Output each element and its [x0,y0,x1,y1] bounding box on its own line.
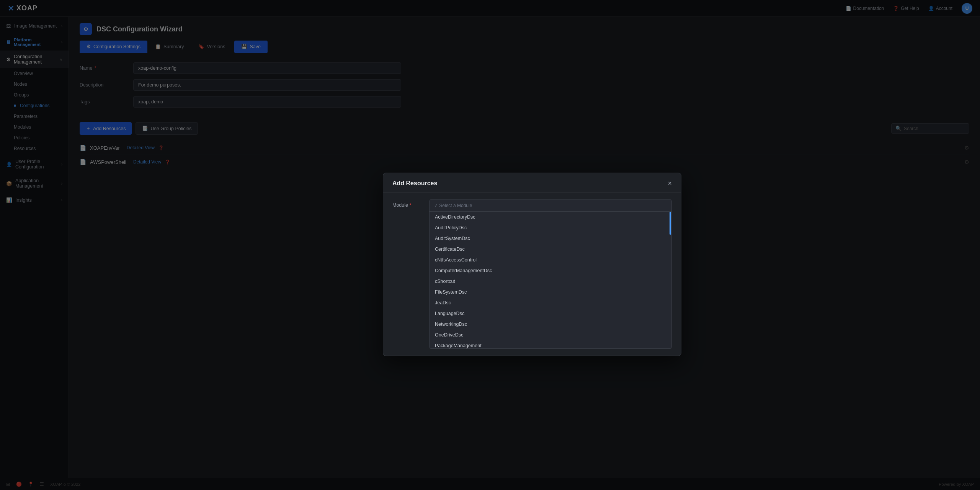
dropdown-item-1[interactable]: AuditPolicyDsc [430,222,671,233]
dropdown-item-4[interactable]: cNtfsAccessControl [430,255,671,265]
dropdown-item-9[interactable]: LanguageDsc [430,308,671,319]
dropdown-item-5[interactable]: ComputerManagementDsc [430,265,671,276]
modal-close-button[interactable]: × [668,180,672,187]
dropdown-item-6[interactable]: cShortcut [430,276,671,287]
dropdown-wrapper: ✓ Select a Module ActiveDirectoryDsc Aud… [429,199,672,349]
modal-body: Module * ✓ Select a Module ActiveDirecto… [383,193,681,356]
dropdown-scrollbar[interactable] [670,212,671,235]
dropdown-item-11[interactable]: OneDriveDsc [430,330,671,340]
dropdown-item-10[interactable]: NetworkingDsc [430,319,671,330]
dropdown-item-2[interactable]: AuditSystemDsc [430,233,671,244]
module-label: Module * [392,199,423,349]
module-required: * [409,203,411,208]
dropdown-item-7[interactable]: FileSystemDsc [430,287,671,297]
dropdown-item-3[interactable]: CertificateDsc [430,244,671,255]
module-dropdown[interactable]: ✓ Select a Module ActiveDirectoryDsc Aud… [429,199,672,349]
modal-header: Add Resources × [383,173,681,193]
dropdown-item-12[interactable]: PackageManagement [430,340,671,349]
modal-title: Add Resources [392,180,437,187]
add-resources-modal: Add Resources × Module * ✓ Select a Modu… [383,173,681,356]
modal-overlay[interactable]: Add Resources × Module * ✓ Select a Modu… [0,0,980,490]
dropdown-item-0[interactable]: ActiveDirectoryDsc [430,212,671,222]
dropdown-placeholder: ✓ Select a Module [430,200,671,212]
dropdown-item-8[interactable]: JeaDsc [430,297,671,308]
